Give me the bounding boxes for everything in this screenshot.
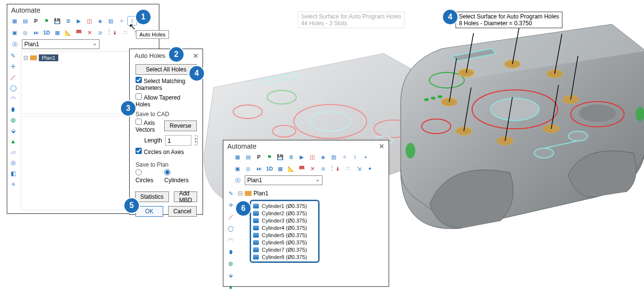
step-2-badge: 2	[168, 46, 185, 63]
plan-select[interactable]: Plan1	[245, 175, 322, 185]
toolbar-row-2: ▣ ◎ ⏭ 1D ▦ 📐 ᚙ ✕ ⧄ ⋮ 🌡 ∷ ⇲ ✦	[223, 163, 389, 174]
tag-icon[interactable]: ◈	[319, 153, 327, 161]
surface-tooltip-right: Select Surface for Auto Program Holes 8 …	[456, 12, 562, 28]
plus-icon[interactable]: +	[361, 153, 370, 161]
step-6-badge: 6	[235, 200, 252, 217]
tooltip-autoholes: Auto Holes	[136, 30, 169, 39]
target-icon[interactable]: ◎	[244, 164, 253, 173]
circle-icon[interactable]: ◯	[226, 224, 235, 233]
panel-title: Automate	[223, 140, 389, 151]
svg-point-9	[491, 98, 539, 121]
autoholes-icon[interactable]: ⟟	[351, 153, 359, 161]
branch-icon[interactable]: ᚙ	[297, 164, 306, 173]
doc-icon[interactable]: ▤	[244, 153, 253, 161]
probe-icon[interactable]: ✎	[226, 189, 235, 198]
dots-icon[interactable]: ∷	[344, 164, 353, 173]
cylinder-list-item[interactable]: Cylinder2 (Ø0.375)	[253, 209, 316, 217]
cylinder-list-item[interactable]: Cylinder3 (Ø0.375)	[253, 217, 316, 224]
rel-icon[interactable]: ✦	[365, 164, 374, 173]
surface-tooltip-left: Select Surface for Auto Program Holes 44…	[298, 12, 405, 28]
cylinder-list-item[interactable]: Cylinder6 (Ø0.375)	[253, 239, 316, 246]
next-icon[interactable]: ⏭	[254, 164, 263, 173]
grid-icon[interactable]: ▦	[276, 164, 285, 173]
step-4-badge: 4	[442, 9, 458, 25]
frame-icon[interactable]: ◫	[308, 153, 317, 161]
cylinder-list-item[interactable]: Cylinder5 (Ø0.375)	[253, 231, 316, 239]
list-icon[interactable]: ≣	[287, 153, 295, 161]
flag-icon[interactable]: ⚑	[265, 153, 274, 161]
tree-root[interactable]: ⊟ Plan1	[238, 189, 385, 198]
feature-sidebar: ✎ ✛ ／ ◯ ◠ ⬮ ◍ ⬙ ▲ ▱ ◎	[226, 189, 235, 293]
step-1-badge: 1	[135, 9, 152, 25]
form-icon[interactable]: ▦	[233, 153, 242, 161]
separator: ⋮	[329, 164, 331, 173]
hatch-icon[interactable]: ▨	[329, 153, 338, 161]
ruler-icon[interactable]: 📐	[287, 164, 295, 173]
svg-point-6	[406, 143, 415, 158]
toolbar-row-1: ▦ ▤ P ⚑ 💾 ≣ ▶ ◫ ◈ ▨ ✧ ⟟ +	[223, 151, 389, 163]
close-icon[interactable]: ✕	[379, 142, 385, 150]
wand-icon[interactable]: ✧	[340, 153, 349, 161]
cylinder-icon[interactable]: ⬙	[226, 271, 235, 279]
cylinder-list-item[interactable]: Cylinder8 (Ø0.375)	[253, 253, 316, 260]
line-icon[interactable]: ／	[226, 212, 235, 221]
svg-point-16	[438, 95, 442, 98]
cylinder-list-item[interactable]: Cylinder4 (Ø0.375)	[253, 224, 316, 231]
sphere-icon[interactable]: ◍	[226, 259, 235, 268]
cal-icon[interactable]: ⇲	[355, 164, 363, 173]
step-4a-badge: 4	[188, 65, 205, 82]
folder-icon	[245, 191, 252, 196]
cylinder-results-box: Cylinder1 (Ø0.375)Cylinder2 (Ø0.375)Cyli…	[250, 200, 320, 263]
svg-point-14	[424, 98, 429, 101]
svg-point-11	[579, 104, 616, 122]
cylinder-list-item[interactable]: Cylinder1 (Ø0.375)	[253, 202, 316, 209]
1d-icon[interactable]: 1D	[265, 164, 274, 173]
step-3-badge: 3	[120, 100, 136, 117]
arc-icon[interactable]: ◠	[226, 236, 235, 244]
play-icon[interactable]: ▶	[297, 153, 306, 161]
plan-label-icon[interactable]: Ⓐ	[233, 176, 242, 185]
chart-icon[interactable]: ⧄	[319, 164, 327, 173]
crosshair-icon[interactable]: ✛	[226, 201, 235, 209]
save-icon[interactable]: 💾	[276, 153, 285, 161]
point-icon[interactable]: ✕	[308, 164, 317, 173]
slot-icon[interactable]: ⬮	[226, 247, 235, 256]
step-5-badge: 5	[123, 197, 140, 214]
plan-tree: ⊟ Plan1 Cylinder1 (Ø0.375)Cylinder2 (Ø0.…	[238, 189, 385, 263]
p-icon[interactable]: P	[254, 153, 263, 161]
svg-point-15	[431, 97, 436, 100]
block-icon[interactable]: ▣	[233, 164, 242, 173]
cone-icon[interactable]: ▲	[226, 282, 235, 291]
cylinder-list-item[interactable]: Cylinder7 (Ø0.375)	[253, 246, 316, 253]
tree-root-label: Plan1	[254, 190, 269, 197]
mouse-cursor-icon: ↖	[129, 21, 136, 32]
thermo-icon[interactable]: 🌡	[333, 164, 342, 173]
